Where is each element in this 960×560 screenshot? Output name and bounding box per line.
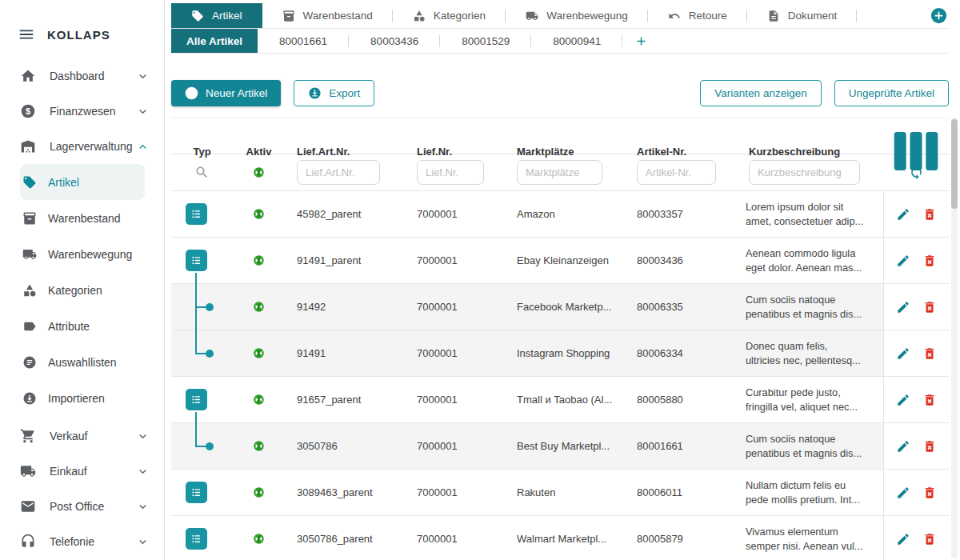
artikel-nr-cell: 80005879 bbox=[625, 516, 737, 560]
delete-icon[interactable] bbox=[922, 486, 937, 500]
add-article-tab-button[interactable] bbox=[634, 34, 648, 48]
tree-node-dot bbox=[206, 350, 214, 358]
table-header-row: Typ Aktiv Lief.Art.Nr. Lief.Nr. Marktplä… bbox=[171, 118, 949, 154]
parent-article-icon[interactable] bbox=[186, 250, 207, 271]
sidebar-item-finanzwesen[interactable]: $ Finanzwesen bbox=[0, 94, 164, 129]
tab-artikel[interactable]: Artikel bbox=[171, 3, 262, 28]
scrollbar-thumb[interactable] bbox=[951, 119, 958, 209]
active-filter-icon[interactable] bbox=[253, 166, 265, 178]
toolbar-right-group: Varianten anzeigen Ungeprüfte Artikel bbox=[700, 80, 949, 106]
delete-icon[interactable] bbox=[922, 532, 937, 546]
sidebar-item-artikel[interactable]: Artikel bbox=[20, 164, 145, 200]
edit-icon[interactable] bbox=[896, 486, 910, 500]
col-header-typ[interactable]: Typ bbox=[171, 146, 233, 158]
edit-icon[interactable] bbox=[896, 254, 910, 268]
row-actions-cell bbox=[883, 377, 949, 422]
new-article-button[interactable]: Neuer Artikel bbox=[171, 80, 281, 106]
parent-article-icon[interactable] bbox=[186, 528, 207, 550]
refresh-icon[interactable] bbox=[909, 165, 924, 180]
artikel-nr-filter-input[interactable] bbox=[637, 160, 716, 185]
delete-icon[interactable] bbox=[922, 254, 937, 268]
parent-article-icon[interactable] bbox=[186, 389, 207, 410]
tab-label: Dokument bbox=[788, 10, 838, 22]
tab-retoure[interactable]: Retoure bbox=[648, 3, 747, 28]
delete-icon[interactable] bbox=[922, 300, 937, 314]
kurzbeschreibung-filter-input[interactable] bbox=[749, 160, 860, 185]
edit-icon[interactable] bbox=[896, 300, 910, 314]
kurzbeschreibung-cell: Cum sociis natoque penatibus et magnis d… bbox=[737, 423, 883, 469]
add-module-tab-button[interactable] bbox=[930, 7, 947, 24]
truck-icon bbox=[22, 247, 37, 262]
parent-article-icon[interactable] bbox=[186, 203, 207, 225]
artikel-nr-cell: 80006011 bbox=[625, 470, 737, 515]
edit-icon[interactable] bbox=[896, 439, 910, 454]
article-tab-80001661[interactable]: 80001661 bbox=[258, 29, 349, 53]
article-tab-80001529[interactable]: 80001529 bbox=[440, 29, 531, 53]
artikel-nr-cell: 80006335 bbox=[625, 284, 737, 330]
tab-dokument[interactable]: Dokument bbox=[747, 3, 858, 28]
show-variants-button[interactable]: Varianten anzeigen bbox=[700, 80, 821, 106]
sidebar-item-lagerverwaltung[interactable]: Lagerverwaltung bbox=[0, 129, 164, 164]
article-tab-80003436[interactable]: 80003436 bbox=[349, 29, 440, 53]
sidebar-item-warenbewegung[interactable]: Warenbewegung bbox=[20, 236, 145, 272]
edit-icon[interactable] bbox=[896, 532, 910, 546]
table-scrollbar[interactable] bbox=[951, 118, 958, 558]
marktplatz-cell: Ebay Kleinanzeigen bbox=[505, 238, 625, 283]
export-button[interactable]: Export bbox=[294, 80, 374, 106]
sidebar-item-warenbestand[interactable]: Warenbestand bbox=[20, 200, 145, 236]
mail-icon bbox=[20, 498, 36, 514]
tab-kategorien[interactable]: Kategorien bbox=[393, 3, 506, 28]
tab-warenbestand[interactable]: Warenbestand bbox=[262, 3, 393, 28]
edit-icon[interactable] bbox=[896, 346, 910, 361]
col-header-kurzbeschreibung[interactable]: Kurzbeschreibung bbox=[737, 146, 883, 158]
sidebar-item-kategorien[interactable]: Kategorien bbox=[20, 272, 145, 308]
type-cell bbox=[171, 423, 233, 469]
sidebar-item-attribute[interactable]: Attribute bbox=[20, 308, 145, 344]
article-tab-80000941[interactable]: 80000941 bbox=[531, 29, 622, 53]
marktplatz-cell: Rakuten bbox=[505, 470, 625, 515]
edit-icon[interactable] bbox=[896, 393, 910, 407]
col-header-aktiv[interactable]: Aktiv bbox=[233, 146, 285, 158]
article-tab-label: 80000941 bbox=[553, 35, 601, 47]
delete-icon[interactable] bbox=[922, 439, 937, 454]
sidebar-item-einkauf[interactable]: Einkauf bbox=[0, 454, 164, 489]
lief-art-nr-filter-input[interactable] bbox=[297, 160, 380, 185]
hamburger-menu-icon[interactable] bbox=[18, 26, 35, 43]
aktiv-filter-cell bbox=[233, 166, 285, 178]
col-header-lief-art-nr[interactable]: Lief.Art.Nr. bbox=[285, 146, 405, 158]
kurzbeschreibung-filter-cell bbox=[737, 160, 883, 185]
sidebar-item-post-office[interactable]: Post Office bbox=[0, 489, 164, 524]
sidebar-item-verkauf[interactable]: Verkauf bbox=[0, 418, 164, 454]
tree-node-dot bbox=[206, 303, 214, 311]
active-status-icon bbox=[253, 486, 265, 498]
parent-article-icon[interactable] bbox=[186, 482, 207, 503]
sidebar-item-telefonie[interactable]: Telefonie bbox=[0, 524, 164, 559]
marktplaetze-filter-input[interactable] bbox=[517, 160, 602, 185]
sidebar-item-auswahllisten[interactable]: Auswahllisten bbox=[20, 344, 145, 380]
delete-icon[interactable] bbox=[922, 346, 937, 361]
edit-icon[interactable] bbox=[896, 207, 910, 222]
aktiv-cell bbox=[233, 191, 285, 237]
sidebar-item-importieren[interactable]: Importieren bbox=[20, 380, 145, 416]
col-header-artikel-nr[interactable]: Artikel-Nr. bbox=[625, 146, 737, 158]
row-actions-cell bbox=[883, 284, 949, 330]
delete-icon[interactable] bbox=[922, 393, 937, 407]
article-tab-label: 80001529 bbox=[462, 35, 510, 47]
tag-icon bbox=[22, 175, 37, 190]
lief-nr-cell: 7000001 bbox=[405, 238, 505, 283]
col-header-lief-nr[interactable]: Lief.Nr. bbox=[405, 146, 505, 158]
lief-nr-filter-input[interactable] bbox=[417, 160, 484, 185]
article-tab-label: 80003436 bbox=[370, 35, 418, 47]
chevron-icon bbox=[136, 70, 150, 83]
table-filter-row bbox=[171, 154, 949, 191]
unchecked-articles-button[interactable]: Ungeprüfte Artikel bbox=[834, 80, 949, 106]
table-row: 91491 7000001 Instagram Shopping 8000633… bbox=[171, 330, 949, 377]
marktplatz-cell: Instagram Shopping bbox=[505, 330, 625, 376]
delete-icon[interactable] bbox=[922, 207, 937, 222]
chevron-icon bbox=[136, 465, 150, 478]
tab-warenbewegung[interactable]: Warenbewegung bbox=[506, 3, 648, 28]
sidebar-item-dashboard[interactable]: Dashboard bbox=[0, 58, 164, 94]
chevron-icon bbox=[136, 105, 150, 118]
article-tab-alle-artikel[interactable]: Alle Artikel bbox=[171, 29, 258, 53]
col-header-marktplaetze[interactable]: Marktplätze bbox=[505, 146, 625, 158]
